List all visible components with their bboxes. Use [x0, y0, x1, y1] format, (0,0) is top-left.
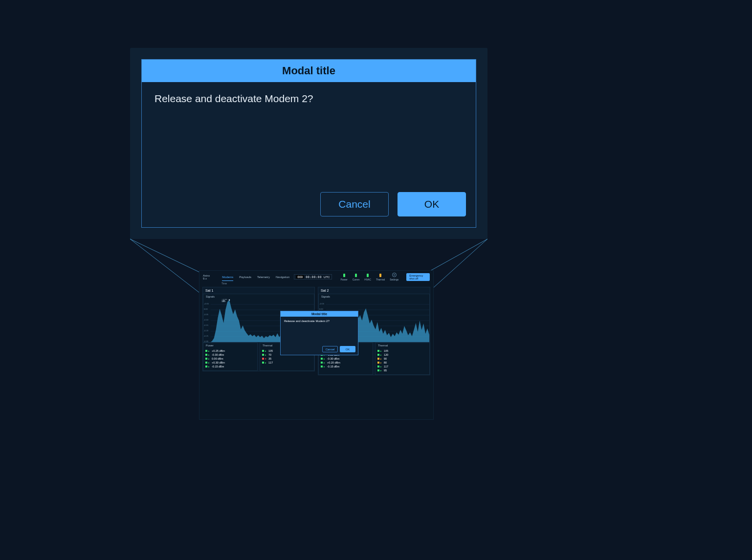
- thermal-list: ▸105 ▸120 ▸90 ▸80 ▸117 ▸95: [376, 348, 429, 374]
- mini-modal-title: Modal title: [281, 311, 358, 317]
- power-list: ▸+0.25 dBm ▸-0.30 dBm ▸0.00 dBm ▸+0.30 d…: [203, 348, 257, 370]
- status-thermal[interactable]: Thermal: [376, 274, 385, 281]
- list-item: ▸0.00 dBm: [205, 357, 255, 361]
- status-square-icon: [205, 354, 207, 356]
- svg-point-20: [229, 300, 230, 301]
- status-square-icon: [321, 358, 323, 360]
- example-modal-frame: Modal title Release and deactivate Modem…: [130, 48, 487, 239]
- signals-label: Signals: [203, 294, 314, 299]
- list-item: ▾35: [262, 357, 312, 361]
- svg-text:-0.15: -0.15: [204, 324, 209, 326]
- status-square-icon: [262, 354, 264, 356]
- status-dot-icon: [379, 274, 381, 277]
- status-square-icon: [205, 366, 207, 367]
- settings[interactable]: Settings: [390, 273, 398, 281]
- status-square-icon: [205, 358, 207, 360]
- status-square-icon: [377, 369, 379, 371]
- status-hvac[interactable]: HVAC: [364, 274, 371, 281]
- clock-label: Time: [221, 282, 227, 285]
- nav-telemetry[interactable]: Telemetry: [257, 276, 270, 279]
- status-square-icon: [262, 350, 264, 352]
- svg-text:-0.30: -0.30: [204, 340, 209, 342]
- list-item: ▸117: [262, 361, 312, 365]
- svg-text:-0.25: -0.25: [204, 335, 209, 337]
- app-header: Astro 9.x Modems Payloads Telemetry Navi…: [199, 271, 433, 283]
- modal-title: Modal title: [142, 60, 476, 82]
- list-item: ▸105: [377, 349, 427, 353]
- status-square-icon: [377, 358, 379, 360]
- status-power[interactable]: Power: [340, 274, 347, 281]
- svg-text:186: 186: [221, 300, 225, 302]
- list-item: ▸+0.25 dBm: [205, 349, 255, 353]
- list-item: ▸-0.15 dBm: [205, 365, 255, 368]
- status-square-icon: [205, 350, 207, 352]
- status-comm[interactable]: Comm: [353, 274, 360, 281]
- nav-navigation[interactable]: Navigation: [276, 276, 289, 279]
- example-modal: Modal title Release and deactivate Modem…: [141, 59, 476, 228]
- list-item: ▸80: [377, 361, 427, 365]
- list-item: ▸117: [377, 365, 427, 368]
- list-item: ▸95: [377, 368, 427, 372]
- power-title: Power: [203, 343, 257, 348]
- app-brand: Astro 9.x: [203, 274, 214, 280]
- list-item: ▸-0.30 dBm: [321, 357, 371, 361]
- clock: 000 00:00:00 UTC: [294, 274, 332, 280]
- status-square-icon: [377, 362, 379, 364]
- clock-time: 00:00:00: [306, 275, 322, 279]
- nav-modems[interactable]: Modems: [222, 276, 233, 279]
- clock-day: 000: [296, 275, 304, 279]
- mini-ok-button[interactable]: OK: [340, 346, 355, 352]
- svg-text:-0.20: -0.20: [204, 329, 209, 332]
- thermal-title: Thermal: [376, 343, 429, 348]
- gear-icon: [392, 273, 397, 277]
- list-item: ▸+0.30 dBm: [205, 361, 255, 365]
- svg-text:+0.05: +0.05: [319, 302, 325, 305]
- svg-text:0.00: 0.00: [319, 308, 323, 310]
- list-item: ▸120: [377, 353, 427, 357]
- mini-modal: Modal title Release and deactivate Modem…: [280, 311, 358, 355]
- svg-text:-0.05: -0.05: [204, 313, 209, 316]
- sat-2-thermal: Thermal ▸105 ▸120 ▸90 ▸80 ▸117 ▸95: [375, 343, 430, 375]
- status-dot-icon: [367, 274, 369, 277]
- sat-1-title: Sat 1: [203, 287, 314, 294]
- status-dot-icon: [355, 274, 357, 277]
- status-square-icon: [262, 358, 264, 360]
- mini-cancel-button[interactable]: Cancel: [322, 346, 338, 352]
- list-item: ▸-0.15 dBm: [321, 365, 371, 368]
- clock-tz: UTC: [324, 276, 330, 279]
- modal-actions: Cancel OK: [142, 192, 476, 227]
- list-item: ▸-0.30 dBm: [205, 353, 255, 357]
- nav-payloads[interactable]: Payloads: [239, 276, 251, 279]
- sat-1-power: Power ▸+0.25 dBm ▸-0.30 dBm ▸0.00 dBm ▸+…: [203, 343, 258, 371]
- status-row: Power Comm HVAC Thermal Settings Emergen…: [340, 273, 430, 281]
- ok-button[interactable]: OK: [398, 192, 466, 216]
- list-item: ▸90: [377, 357, 427, 361]
- status-dot-icon: [343, 274, 345, 277]
- status-square-icon: [377, 354, 379, 356]
- signals-label: Signals: [319, 294, 429, 299]
- svg-text:0.00: 0.00: [204, 308, 208, 310]
- status-square-icon: [377, 366, 379, 367]
- status-square-icon: [262, 362, 264, 364]
- sat-2-title: Sat 2: [318, 287, 430, 294]
- status-square-icon: [321, 366, 323, 367]
- status-square-icon: [205, 362, 207, 364]
- svg-text:-0.10: -0.10: [204, 319, 209, 321]
- mini-modal-message: Release and deactivate Modem 2?: [281, 317, 358, 346]
- emergency-button[interactable]: Emergency shut off: [406, 273, 430, 281]
- status-square-icon: [321, 362, 323, 364]
- mini-modal-actions: Cancel OK: [281, 346, 358, 355]
- svg-text:+0.05: +0.05: [204, 302, 209, 305]
- cancel-button[interactable]: Cancel: [320, 192, 389, 216]
- app-nav: Modems Payloads Telemetry Navigation: [222, 276, 289, 279]
- list-item: ▸+0.20 dBm: [321, 361, 371, 365]
- status-square-icon: [377, 350, 379, 352]
- modal-message: Release and deactivate Modem 2?: [142, 82, 476, 192]
